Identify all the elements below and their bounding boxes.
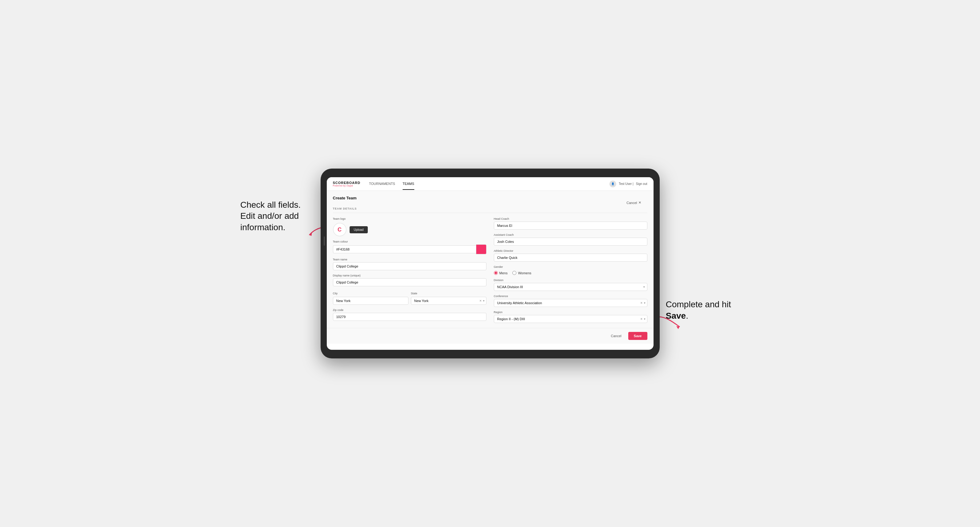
logo-sub-text: Powered by clippd — [333, 185, 360, 187]
state-group: State New York ✕ ▾ — [411, 290, 487, 305]
athletic-director-field: Athletic Director — [494, 249, 648, 262]
gender-mens-label: Mens — [500, 271, 508, 275]
gender-womens-option[interactable]: Womens — [512, 271, 531, 275]
assistant-coach-input[interactable] — [494, 238, 648, 246]
conference-select[interactable]: University Athletic Association — [494, 299, 648, 307]
region-select[interactable]: Region II - (M) DIII — [494, 315, 648, 323]
form-footer: Cancel Save — [327, 328, 654, 344]
display-name-input[interactable] — [333, 278, 487, 286]
logo-circle: C — [333, 223, 347, 237]
display-name-label: Display name (unique) — [333, 274, 487, 277]
athletic-director-input[interactable] — [494, 254, 648, 262]
form-grid: Team logo C Upload Team colour — [333, 217, 648, 323]
zip-label: Zip code — [333, 308, 487, 311]
color-swatch[interactable] — [476, 244, 487, 254]
city-label: City — [333, 292, 338, 295]
tablet-frame: SCOREBOARD Powered by clippd TOURNAMENTS… — [321, 168, 660, 359]
color-input-row — [333, 244, 487, 254]
upload-button[interactable]: Upload — [350, 226, 368, 233]
assistant-coach-label: Assistant Coach — [494, 233, 648, 237]
form-left-col: Team logo C Upload Team colour — [333, 217, 487, 323]
user-label: Test User | — [619, 182, 633, 186]
gender-mens-option[interactable]: Mens — [494, 271, 508, 275]
arrow-right-icon — [657, 314, 682, 329]
region-label: Region — [494, 311, 648, 314]
sign-out-link[interactable]: Sign out — [636, 182, 648, 186]
team-colour-field: Team colour — [333, 240, 487, 254]
content-area: Create Team Cancel ✕ TEAM DETAILS Team l… — [327, 191, 654, 328]
gender-radio-group: Mens Womens — [494, 271, 648, 275]
close-icon: ✕ — [638, 201, 641, 205]
division-label: Division — [494, 279, 648, 282]
region-select-wrapper: Region II - (M) DIII ✕ ▾ — [494, 315, 648, 323]
city-state-row: City State New York — [333, 290, 487, 305]
cancel-button[interactable]: Cancel — [607, 332, 625, 340]
gender-womens-radio[interactable] — [512, 271, 516, 275]
tablet-screen: SCOREBOARD Powered by clippd TOURNAMENTS… — [327, 177, 654, 350]
team-name-field: Team name — [333, 258, 487, 270]
conference-select-wrapper: University Athletic Association ✕ ▾ — [494, 299, 648, 307]
team-name-input[interactable] — [333, 262, 487, 270]
section-label: TEAM DETAILS — [333, 207, 648, 213]
zip-input[interactable] — [333, 313, 487, 321]
form-header: Create Team Cancel ✕ TEAM DETAILS — [333, 196, 648, 213]
app-logo: SCOREBOARD Powered by clippd — [333, 181, 360, 187]
gender-womens-label: Womens — [518, 271, 531, 275]
logo-upload-area: C Upload — [333, 223, 487, 237]
nav-links: TOURNAMENTS TEAMS — [369, 178, 609, 190]
gender-label: Gender — [494, 265, 648, 268]
city-input[interactable] — [333, 297, 409, 305]
state-label: State — [411, 292, 417, 295]
region-field: Region Region II - (M) DIII ✕ ▾ — [494, 311, 648, 323]
save-button[interactable]: Save — [628, 332, 648, 340]
city-state-field: City State New York — [333, 290, 487, 305]
conference-field: Conference University Athletic Associati… — [494, 295, 648, 307]
team-colour-input[interactable] — [333, 245, 476, 253]
head-coach-label: Head Coach — [494, 217, 648, 221]
assistant-coach-field: Assistant Coach — [494, 233, 648, 246]
head-coach-field: Head Coach — [494, 217, 648, 230]
user-avatar: 👤 — [609, 181, 616, 187]
logo-main-text: SCOREBOARD — [333, 181, 360, 185]
gender-mens-radio[interactable] — [494, 271, 498, 275]
zip-code-field: Zip code — [333, 308, 487, 321]
division-select-wrapper: NCAA Division III ▾ — [494, 283, 648, 291]
team-name-label: Team name — [333, 258, 487, 261]
state-select[interactable]: New York — [411, 297, 487, 305]
annotation-left: Check all fields. Edit and/or add inform… — [240, 199, 315, 233]
team-logo-field: Team logo C Upload — [333, 217, 487, 237]
form-right-col: Head Coach Assistant Coach Athletic Dire… — [494, 217, 648, 323]
nav-link-teams[interactable]: TEAMS — [402, 178, 414, 190]
team-colour-label: Team colour — [333, 240, 487, 243]
state-select-wrapper: New York ✕ ▾ — [411, 297, 487, 305]
city-group: City — [333, 290, 409, 305]
division-field: Division NCAA Division III ▾ — [494, 279, 648, 291]
head-coach-input[interactable] — [494, 222, 648, 230]
team-logo-label: Team logo — [333, 217, 487, 221]
page-title: Create Team — [333, 196, 357, 200]
conference-label: Conference — [494, 295, 648, 298]
nav-link-tournaments[interactable]: TOURNAMENTS — [369, 178, 395, 190]
display-name-field: Display name (unique) — [333, 274, 487, 286]
athletic-director-label: Athletic Director — [494, 249, 648, 252]
division-select[interactable]: NCAA Division III — [494, 283, 648, 291]
tablet-side-button — [324, 237, 325, 246]
gender-field: Gender Mens Womens — [494, 265, 648, 275]
nav-right: 👤 Test User | Sign out — [609, 181, 647, 187]
nav-bar: SCOREBOARD Powered by clippd TOURNAMENTS… — [327, 177, 654, 191]
cancel-top-button[interactable]: Cancel ✕ — [627, 201, 641, 205]
